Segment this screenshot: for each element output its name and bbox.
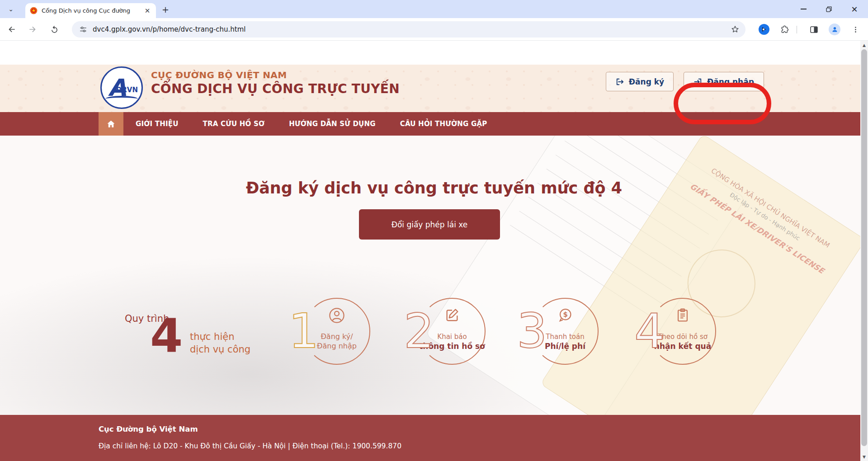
scrollbar-thumb[interactable] <box>861 49 867 446</box>
process-step-3: 3 $ Thanh toán Phí/lệ phí <box>531 297 599 365</box>
hero-section: CỘNG HÒA XÃ HỘI CHỦ NGHĨA VIỆT NAM Độc l… <box>0 136 868 456</box>
puzzle-icon <box>780 25 789 34</box>
nav-item-cau-hoi[interactable]: CÂU HỎI THƯỜNG GẶP <box>388 112 500 136</box>
footer-address: Địa chỉ liên hệ: Lô D20 - Khu Đô thị Cầu… <box>99 442 401 450</box>
reload-button[interactable] <box>47 22 62 37</box>
process-step-1: 1 Đăng ký/ Đăng nhập <box>303 297 371 365</box>
window-close-button[interactable]: ✕ <box>848 3 861 15</box>
page-scrollbar[interactable]: ▲ ▼ <box>860 41 868 461</box>
process-intro: Quy trình 4 thực hiện dịch vụ công <box>122 310 258 391</box>
back-button[interactable] <box>4 22 19 37</box>
footer-org: Cục Đường bộ Việt Nam <box>99 425 198 433</box>
process-step-4: 4 Theo dõi hồ sơ nhận kết quả <box>649 297 717 365</box>
profile-button[interactable] <box>827 22 842 37</box>
nav-item-huong-dan[interactable]: HƯỚNG DẪN SỬ DỤNG <box>277 112 388 136</box>
doi-giay-phep-button[interactable]: Đổi giấy phép lái xe <box>359 209 500 240</box>
site-header-banner: A DRVN CỤC ĐƯỜNG BỘ VIỆT NAM CỔNG DỊCH V… <box>0 65 868 112</box>
reload-icon <box>50 25 59 34</box>
window-minimize-button[interactable] <box>797 3 810 15</box>
home-icon <box>106 119 116 129</box>
nav-item-gioi-thieu[interactable]: GIỚI THIỆU <box>123 112 191 136</box>
tab-close-icon[interactable]: ✕ <box>143 7 151 15</box>
road-motif <box>105 96 138 102</box>
scrollbar-up-arrow[interactable]: ▲ <box>860 41 868 49</box>
browser-tab[interactable]: Cổng Dịch vụ công Cục đường ✕ <box>25 3 156 18</box>
side-panel-button[interactable] <box>807 22 821 37</box>
portal-title: CỔNG DỊCH VỤ CÔNG TRỰC TUYẾN <box>151 81 400 96</box>
extension-badge-button[interactable] <box>757 22 771 37</box>
url-bar[interactable]: dvc4.gplx.gov.vn/p/home/dvc-trang-chu.ht… <box>72 21 745 38</box>
toolbar-divider <box>797 26 797 33</box>
browser-tab-strip: ⌄ Cổng Dịch vụ công Cục đường ✕ + ✕ <box>0 0 868 18</box>
back-arrow-icon <box>7 25 16 34</box>
new-tab-button[interactable]: + <box>160 4 171 15</box>
star-icon <box>731 25 740 34</box>
site-footer: Cục Đường bộ Việt Nam Địa chỉ liên hệ: L… <box>0 415 868 461</box>
site-info-tune-icon[interactable] <box>79 25 87 33</box>
vietnam-emblem-favicon-icon <box>30 7 38 14</box>
page-content: A DRVN CỤC ĐƯỜNG BỘ VIỆT NAM CỔNG DỊCH V… <box>0 41 868 461</box>
main-nav: GIỚI THIỆU TRA CỨU HỒ SƠ HƯỚNG DẪN SỬ DỤ… <box>0 112 868 136</box>
browser-toolbar: dvc4.gplx.gov.vn/p/home/dvc-trang-chu.ht… <box>0 18 868 41</box>
org-name: CỤC ĐƯỜNG BỘ VIỆT NAM <box>151 70 287 80</box>
process-step-2: 2 Khai báo thông tin hồ sơ <box>418 297 486 365</box>
extension-badge-icon <box>758 24 770 35</box>
avatar <box>829 24 840 35</box>
tab-title: Cổng Dịch vụ công Cục đường <box>42 7 134 14</box>
window-maximize-button[interactable] <box>822 3 835 15</box>
nav-home-button[interactable] <box>99 112 123 136</box>
kebab-menu-icon <box>852 26 859 33</box>
tab-search-chevron-icon[interactable]: ⌄ <box>5 4 16 14</box>
svg-text:$: $ <box>563 310 568 319</box>
forward-arrow-icon <box>28 25 37 34</box>
drvn-logo: A DRVN <box>100 66 143 109</box>
bookmark-star-button[interactable] <box>728 23 742 36</box>
hero-heading: Đăng ký dịch vụ công trực tuyến mức độ 4 <box>0 179 868 197</box>
browser-menu-button[interactable] <box>848 22 863 37</box>
register-icon <box>615 77 624 86</box>
side-panel-icon <box>809 25 819 34</box>
url-text: dvc4.gplx.gov.vn/p/home/dvc-trang-chu.ht… <box>93 25 246 33</box>
forward-button[interactable] <box>25 22 40 37</box>
restore-icon <box>826 6 832 12</box>
scrollbar-down-arrow[interactable]: ▼ <box>860 453 868 461</box>
extensions-button[interactable] <box>777 22 792 37</box>
login-icon <box>693 77 703 86</box>
register-button[interactable]: Đăng ký <box>606 72 674 91</box>
nav-item-tra-cuu-ho-so[interactable]: TRA CỨU HỒ SƠ <box>191 112 277 136</box>
login-button[interactable]: Đăng nhập <box>684 72 764 91</box>
